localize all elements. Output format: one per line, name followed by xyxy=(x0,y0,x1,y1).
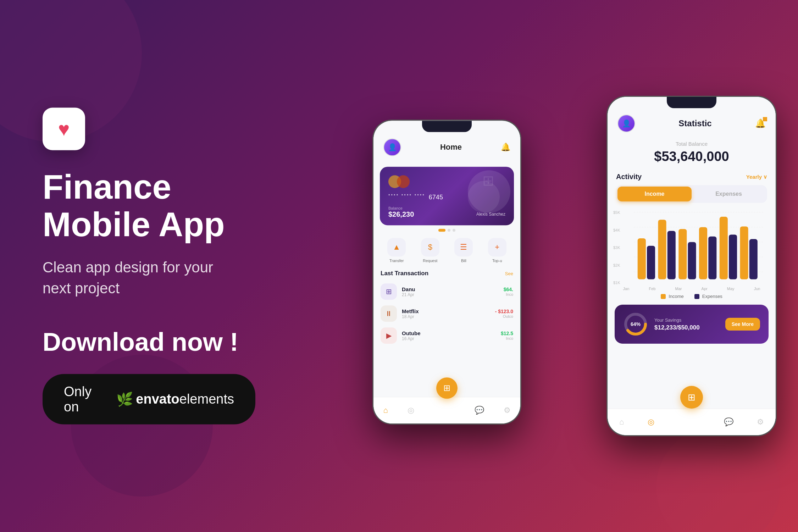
p2-nav-chart-icon[interactable]: ◎ xyxy=(648,417,654,427)
bottom-navigation: ⌂ ◎ 💬 ⚙ xyxy=(373,397,520,423)
app-icon: ♥ xyxy=(43,108,85,150)
income-legend-dot xyxy=(661,294,666,299)
savings-card[interactable]: 64% Your Savings $12,233/$50,000 See Mor… xyxy=(615,305,769,344)
card-last-digits: 6745 xyxy=(429,194,443,201)
envato-prefix: Only on xyxy=(64,384,110,414)
activity-title: Activity xyxy=(616,173,642,181)
p2-nav-home-icon[interactable]: ⌂ xyxy=(619,417,624,427)
metflix-amount: - $123.0 xyxy=(495,309,513,314)
see-more-button[interactable]: See More xyxy=(725,318,760,331)
svg-rect-5 xyxy=(638,238,646,279)
phone-2-title: Statistic xyxy=(678,118,711,128)
phone-2-statistics: 👤 Statistic 🔔 Total Balance $53,640,000 … xyxy=(606,96,777,436)
month-jun: Jun xyxy=(754,287,760,291)
phone-1-home: 👤 Home 🔔 ⊞ •••• •••• •••• 6745 Balance $ xyxy=(372,120,521,425)
chart-y-axis: $5K $4K $3K $2K $1K xyxy=(613,209,620,287)
income-tab[interactable]: Income xyxy=(617,187,692,201)
balance-section: Total Balance $53,640,000 xyxy=(608,138,776,170)
metflix-type: Outco xyxy=(495,314,513,318)
balance-label: Total Balance xyxy=(615,141,769,147)
chart-legend: Income Expenses xyxy=(608,291,776,302)
svg-rect-12 xyxy=(708,237,716,279)
activity-tabs: Income Expenses xyxy=(616,185,767,203)
danu-icon: ⊞ xyxy=(381,283,397,300)
danu-name: Danu xyxy=(402,286,499,292)
see-all-link[interactable]: See xyxy=(505,271,513,276)
donut-svg: 64% xyxy=(623,312,648,337)
nav-home-icon[interactable]: ⌂ xyxy=(383,406,388,415)
phone-1-title: Home xyxy=(440,143,462,152)
danu-date: 21 Apr xyxy=(402,292,499,297)
nav-chat-icon[interactable]: 💬 xyxy=(475,406,484,415)
svg-rect-6 xyxy=(647,246,655,279)
y-label-4k: $4K xyxy=(613,228,620,232)
outube-name: Outube xyxy=(402,330,496,336)
expenses-legend: Expenses xyxy=(694,294,722,299)
bill-icon-wrap: ☰ xyxy=(454,238,473,256)
p2-nav-chat-icon[interactable]: 💬 xyxy=(724,417,733,427)
fab-button[interactable]: ⊞ xyxy=(436,377,458,399)
transaction-section-title: Last Transaction xyxy=(381,270,428,277)
card-dot-navigation xyxy=(373,229,520,232)
yearly-label: Yearly xyxy=(746,174,762,180)
bill-action[interactable]: ☰ Bill xyxy=(454,238,473,263)
svg-rect-10 xyxy=(688,242,696,279)
download-text: Download now ! xyxy=(43,327,255,356)
chart-month-labels: Jan Feb Mar Apr May Jun xyxy=(608,287,776,291)
card-holder-name: Alexis Sanchez xyxy=(476,212,505,217)
month-mar: Mar xyxy=(675,287,682,291)
transfer-action[interactable]: ▲ Transfer xyxy=(387,238,406,263)
month-may: May xyxy=(727,287,735,291)
metflix-icon: ⏸ xyxy=(381,305,397,322)
transfer-label: Transfer xyxy=(389,259,404,263)
dot-3[interactable] xyxy=(453,229,455,232)
phone-1-screen: 👤 Home 🔔 ⊞ •••• •••• •••• 6745 Balance $ xyxy=(373,121,520,423)
phone-2-frame: 👤 Statistic 🔔 Total Balance $53,640,000 … xyxy=(606,96,777,436)
dot-2[interactable] xyxy=(448,229,450,232)
p2-fab-button[interactable]: ⊞ xyxy=(680,386,703,409)
envato-logo: 🌿 envatoelements xyxy=(116,391,234,407)
expenses-tab[interactable]: Expenses xyxy=(692,187,766,201)
left-content-section: ♥ Finance Mobile App Clean app design fo… xyxy=(43,108,255,425)
envato-badge[interactable]: Only on 🌿 envatoelements xyxy=(43,374,255,424)
nav-settings-icon[interactable]: ⚙ xyxy=(504,406,511,415)
p2-nav-settings-icon[interactable]: ⚙ xyxy=(757,417,764,427)
topup-icon: + xyxy=(495,243,499,252)
app-title: Finance Mobile App xyxy=(43,168,255,243)
outube-info: Outube 16 Apr xyxy=(402,330,496,341)
notification-bell-icon[interactable]: 🔔 xyxy=(501,143,510,152)
outube-amount: $12.5 xyxy=(501,331,513,336)
danu-amount-section: $64. Inco xyxy=(504,287,513,297)
svg-rect-16 xyxy=(749,239,758,279)
phone-1-frame: 👤 Home 🔔 ⊞ •••• •••• •••• 6745 Balance $ xyxy=(372,120,521,425)
transaction-item-2[interactable]: ⏸ Metflix 18 Apr - $123.0 Outco xyxy=(373,303,520,325)
request-action[interactable]: $ Request xyxy=(421,238,439,263)
transaction-item-3[interactable]: ▶ Outube 16 Apr $12.5 Inco xyxy=(373,325,520,347)
outube-amount-section: $12.5 Inco xyxy=(501,331,513,340)
chevron-down-icon: ∨ xyxy=(763,174,767,180)
nav-chart-icon[interactable]: ◎ xyxy=(408,406,414,415)
mc-right-circle xyxy=(397,175,410,188)
metflix-amount-section: - $123.0 Outco xyxy=(495,309,513,318)
svg-rect-8 xyxy=(667,231,676,279)
activity-chart: $5K $4K $3K $2K $1K xyxy=(608,209,776,287)
chart-svg xyxy=(613,209,770,283)
transfer-icon: ▲ xyxy=(393,243,400,252)
p2-bottom-navigation: ⌂ ◎ 💬 ⚙ xyxy=(608,409,776,435)
phone-2-bell-icon[interactable]: 🔔 xyxy=(755,118,766,128)
user-avatar-2: 👤 xyxy=(617,115,635,132)
outube-icon: ▶ xyxy=(381,327,397,344)
transaction-item-1[interactable]: ⊞ Danu 21 Apr $64. Inco xyxy=(373,281,520,303)
income-legend-label: Income xyxy=(669,294,684,299)
user-avatar: 👤 xyxy=(383,138,401,156)
bg-decoration-3 xyxy=(656,426,780,532)
credit-card[interactable]: ⊞ •••• •••• •••• 6745 Balance $26,230 Al… xyxy=(380,167,514,225)
metflix-name: Metflix xyxy=(402,308,490,314)
phone-1-notch xyxy=(422,121,472,132)
topup-action[interactable]: + Top-u xyxy=(488,238,506,263)
month-apr: Apr xyxy=(702,287,708,291)
y-label-1k: $1K xyxy=(613,281,620,285)
yearly-selector[interactable]: Yearly ∨ xyxy=(746,174,767,180)
dot-1[interactable] xyxy=(438,229,445,232)
card-masked-number: •••• •••• •••• xyxy=(388,192,425,198)
